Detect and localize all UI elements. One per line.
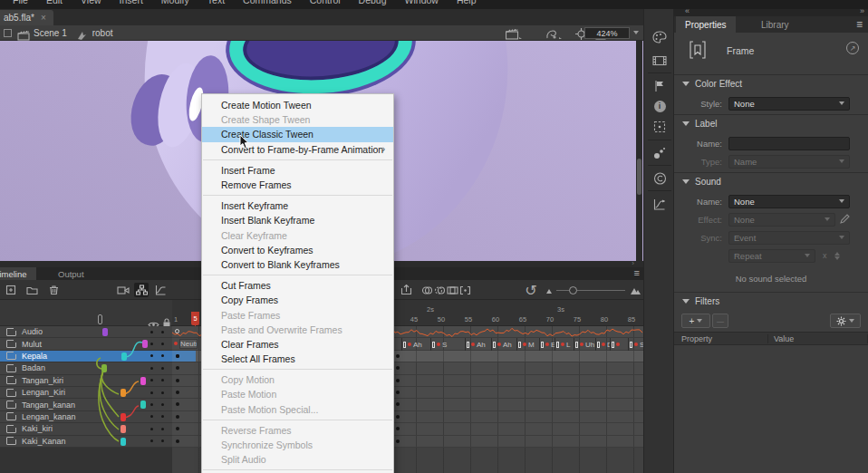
label-name-input[interactable] xyxy=(728,137,850,150)
layer-visibility-lock-dots[interactable] xyxy=(148,423,172,434)
scrollbar-thumb[interactable] xyxy=(637,159,641,195)
layer-visibility-lock-dots[interactable] xyxy=(148,436,172,447)
menu-commands[interactable]: Commands xyxy=(243,0,292,5)
layer-row-lengan_kanan[interactable]: Lengan_kanan xyxy=(0,411,172,423)
section-color-effect[interactable]: Color Effect xyxy=(674,74,868,92)
parenting-tag-kepala[interactable] xyxy=(121,352,127,361)
timeline-tab-timeline[interactable]: Timeline xyxy=(0,267,36,280)
menu-text[interactable]: Text xyxy=(207,0,225,5)
context-menu-item-clear-frames[interactable]: Clear Frames xyxy=(202,337,393,352)
context-menu-item-create-motion-tween[interactable]: Create Motion Tween xyxy=(202,98,393,112)
parenting-tag-badan[interactable] xyxy=(101,364,107,372)
layer-visibility-lock-dots[interactable] xyxy=(148,375,172,386)
parenting-tag-kaki_kanan[interactable] xyxy=(121,438,126,446)
menu-modify[interactable]: Modify xyxy=(161,0,189,5)
lipsync-segment-d[interactable]: D xyxy=(595,338,610,350)
menu-debug[interactable]: Debug xyxy=(359,0,387,5)
remove-filter-button[interactable]: — xyxy=(712,314,728,328)
context-menu-item-convert-to-frame-by-frame-animation[interactable]: Convert to Frame-by-Frame Animation› xyxy=(202,142,393,157)
parenting-tag-kaki_kiri[interactable] xyxy=(121,425,126,433)
panel-menu-icon[interactable]: ≡ xyxy=(856,18,863,31)
transform-grid-icon[interactable] xyxy=(651,119,668,135)
context-menu-item-insert-keyframe[interactable]: Insert Keyframe xyxy=(202,198,393,213)
parenting-tag-lengan_kanan[interactable] xyxy=(121,413,126,421)
camera-icon[interactable] xyxy=(116,283,130,297)
layer-row-audio[interactable]: Audio xyxy=(0,326,172,338)
scroll-right-icon[interactable]: › xyxy=(632,259,634,267)
modify-markers-icon[interactable] xyxy=(458,283,472,297)
zoom-in-frames-icon[interactable] xyxy=(628,283,642,297)
lipsync-segment-ah[interactable]: Ah xyxy=(491,338,516,350)
menu-window[interactable]: Window xyxy=(405,0,439,5)
layer-visibility-lock-dots[interactable] xyxy=(148,387,172,398)
section-label[interactable]: Label xyxy=(674,114,868,132)
new-folder-icon[interactable] xyxy=(24,283,39,297)
lipsync-segment-m[interactable]: M xyxy=(516,338,539,350)
layer-row-kaki_kanan[interactable]: Kaki_Kanan xyxy=(0,436,172,448)
menu-insert[interactable]: Insert xyxy=(120,0,143,5)
parenting-tag-tangan_kiri[interactable] xyxy=(140,377,146,385)
parenting-tag-tangan_kanan[interactable] xyxy=(140,401,146,409)
timeline-menu-icon[interactable]: ≡ xyxy=(634,267,640,278)
motion-chart-icon[interactable] xyxy=(651,196,668,212)
layer-depth-icon[interactable] xyxy=(153,283,168,297)
style-dropdown[interactable]: None xyxy=(728,97,850,111)
layer-row-kaki_kiri[interactable]: Kaki_kiri xyxy=(0,423,172,435)
delete-layer-trash-icon[interactable] xyxy=(46,283,61,297)
menu-help[interactable]: Help xyxy=(457,0,477,5)
flag-label-icon[interactable] xyxy=(651,78,668,94)
creative-cloud-icon[interactable] xyxy=(651,170,668,187)
context-menu-item-remove-frames[interactable]: Remove Frames xyxy=(202,178,393,192)
parenting-tag-lengan_kiri[interactable] xyxy=(121,389,126,397)
lipsync-segment-e[interactable]: E xyxy=(539,338,555,350)
publish-frames-icon[interactable] xyxy=(399,283,413,297)
lipsync-segment-l[interactable]: L xyxy=(555,338,574,350)
context-menu-item-insert-blank-keyframe[interactable]: Insert Blank Keyframe xyxy=(202,213,393,227)
context-menu-item-cut-frames[interactable]: Cut Frames xyxy=(202,278,393,293)
layer-row-badan[interactable]: Badan xyxy=(0,362,172,374)
menu-control[interactable]: Control xyxy=(310,0,341,5)
color-palette-icon[interactable] xyxy=(651,29,668,45)
parenting-tag-mulut[interactable] xyxy=(142,340,148,348)
context-menu-item-convert-to-blank-keyframes[interactable]: Convert to Blank Keyframes xyxy=(202,257,393,272)
layer-row-tangan_kanan[interactable]: Tangan_kanan xyxy=(0,399,172,410)
layer-visibility-lock-dots[interactable] xyxy=(148,399,172,410)
lipsync-segment-uh[interactable]: Uh xyxy=(574,338,595,350)
section-filters[interactable]: Filters xyxy=(674,292,868,310)
context-menu-item-select-all-frames[interactable]: Select All Frames xyxy=(202,352,393,366)
info-icon[interactable]: i xyxy=(651,98,668,114)
context-menu-item-create-classic-tween[interactable]: Create Classic Tween xyxy=(202,127,393,141)
menu-edit[interactable]: Edit xyxy=(46,0,63,5)
breadcrumb-scene[interactable]: Scene 1 xyxy=(34,28,67,38)
menu-file[interactable]: File xyxy=(13,0,28,5)
close-icon[interactable]: × xyxy=(41,13,46,23)
zoom-level-select[interactable]: 424% xyxy=(584,27,630,39)
help-circle-arrow-icon[interactable]: ↗ xyxy=(846,42,859,54)
panel-tab-library[interactable]: Library xyxy=(752,16,798,33)
filter-options-button[interactable] xyxy=(830,314,861,328)
stage-vertical-scrollbar[interactable] xyxy=(636,41,642,261)
lipsync-segment-s[interactable]: S xyxy=(430,338,465,350)
edit-sound-pencil-icon[interactable] xyxy=(840,211,850,227)
add-filter-button[interactable]: + xyxy=(681,314,710,328)
playhead[interactable]: 5 xyxy=(191,312,199,325)
lipsync-segment-ah[interactable]: Ah xyxy=(465,338,491,350)
lipsync-segment[interactable] xyxy=(610,338,628,350)
new-layer-icon[interactable] xyxy=(4,283,18,297)
menu-view[interactable]: View xyxy=(81,0,101,5)
breadcrumb-symbol[interactable]: robot xyxy=(92,28,113,38)
layer-visibility-lock-dots[interactable] xyxy=(148,362,172,373)
layer-visibility-lock-dots[interactable] xyxy=(148,411,172,422)
particles-icon[interactable] xyxy=(651,145,668,161)
zoom-chevron-down-icon[interactable] xyxy=(633,31,639,34)
context-menu-item-insert-frame[interactable]: Insert Frame xyxy=(202,163,393,178)
zoom-out-frames-icon[interactable] xyxy=(542,283,556,297)
document-tab[interactable]: ab5.fla* × xyxy=(0,10,53,25)
sound-name-dropdown[interactable]: None xyxy=(728,195,850,208)
timeline-zoom-slider-track[interactable] xyxy=(556,290,625,291)
lipsync-segment-s[interactable]: S xyxy=(628,338,643,350)
panel-tab-properties[interactable]: Properties xyxy=(676,16,736,33)
timeline-tab-output[interactable]: Output xyxy=(49,267,93,280)
layer-visibility-lock-dots[interactable] xyxy=(148,338,172,349)
context-menu-item-copy-frames[interactable]: Copy Frames xyxy=(202,293,393,307)
